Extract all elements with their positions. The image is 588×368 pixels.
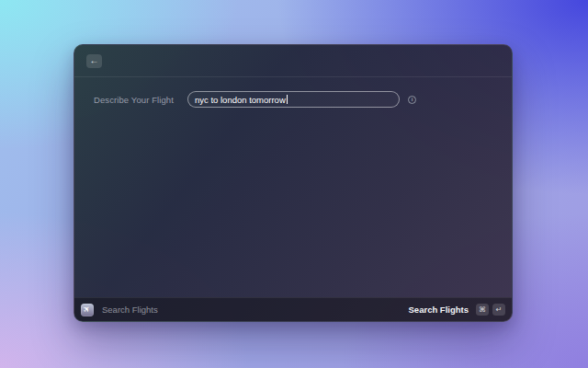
back-button[interactable]: ← — [86, 54, 102, 68]
app-window: ← Describe Your Flight nyc to london tom… — [74, 44, 513, 322]
airplane-icon: ✈ — [81, 304, 94, 316]
info-icon[interactable]: i — [408, 96, 416, 104]
form-area: Describe Your Flight nyc to london tomor… — [74, 77, 512, 297]
text-caret — [287, 95, 288, 104]
extension-chip: ✈ Search Flights — [81, 304, 158, 316]
back-arrow-icon: ← — [90, 56, 99, 65]
return-key-icon: ↵ — [492, 304, 505, 316]
extension-title: Search Flights — [102, 305, 158, 315]
command-key-icon: ⌘ — [476, 304, 489, 316]
desktop-backdrop: ← Describe Your Flight nyc to london tom… — [0, 0, 588, 368]
form-row: Describe Your Flight nyc to london tomor… — [74, 91, 512, 108]
window-header: ← — [74, 45, 512, 77]
action-bar: ✈ Search Flights Search Flights ⌘ ↵ — [74, 297, 512, 321]
flight-description-value: nyc to london tomorrow — [195, 95, 286, 105]
search-flights-action-button[interactable]: Search Flights — [409, 305, 469, 315]
flight-description-input[interactable]: nyc to london tomorrow — [187, 91, 400, 108]
flight-description-label: Describe Your Flight — [74, 95, 174, 105]
